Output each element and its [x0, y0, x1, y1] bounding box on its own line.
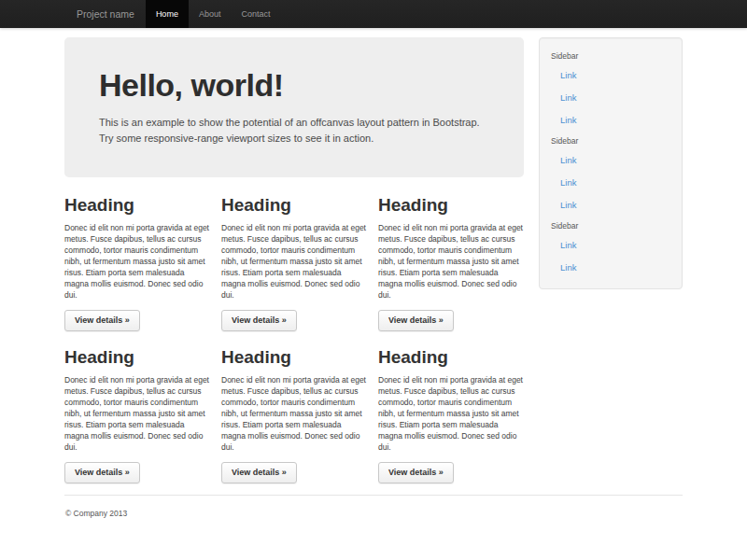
card-body-text: Donec id elit non mi porta gravida at eg…: [221, 374, 367, 453]
card-heading: Heading: [378, 346, 524, 368]
main-nav: Home About Contact: [146, 0, 281, 28]
sidebar-group-header: Sidebar: [540, 132, 682, 149]
card: Heading Donec id elit non mi porta gravi…: [378, 331, 524, 483]
view-details-button[interactable]: View details »: [64, 310, 140, 331]
card: Heading Donec id elit non mi porta gravi…: [64, 179, 210, 331]
main-content: Hello, world! This is an example to show…: [64, 37, 524, 483]
view-details-button[interactable]: View details »: [221, 310, 297, 331]
sidebar-well: Sidebar Link Link Link Sidebar Link Link…: [539, 37, 683, 289]
brand-link[interactable]: Project name: [65, 0, 146, 28]
card-heading: Heading: [221, 346, 367, 368]
sidebar-link[interactable]: Link: [540, 149, 682, 172]
sidebar-link[interactable]: Link: [540, 109, 682, 132]
footer-divider: [64, 495, 683, 496]
sidebar-link[interactable]: Link: [540, 194, 682, 217]
card: Heading Donec id elit non mi porta gravi…: [64, 331, 210, 483]
card: Heading Donec id elit non mi porta gravi…: [221, 179, 367, 331]
card-body-text: Donec id elit non mi porta gravida at eg…: [64, 374, 210, 453]
sidebar-group-header: Sidebar: [540, 217, 682, 234]
card-body-text: Donec id elit non mi porta gravida at eg…: [378, 222, 524, 301]
card: Heading Donec id elit non mi porta gravi…: [378, 179, 524, 331]
sidebar-group-header: Sidebar: [540, 47, 682, 64]
hero-description: This is an example to show the potential…: [99, 115, 491, 147]
hero-unit: Hello, world! This is an example to show…: [64, 37, 524, 177]
cards-row-2: Heading Donec id elit non mi porta gravi…: [64, 331, 524, 483]
hero-title: Hello, world!: [99, 67, 489, 104]
card-heading: Heading: [221, 194, 367, 216]
sidebar: Sidebar Link Link Link Sidebar Link Link…: [539, 37, 683, 483]
card: Heading Donec id elit non mi porta gravi…: [221, 331, 367, 483]
page-container: Hello, world! This is an example to show…: [64, 37, 683, 518]
card-heading: Heading: [64, 346, 210, 368]
card-body-text: Donec id elit non mi porta gravida at eg…: [378, 374, 524, 453]
view-details-button[interactable]: View details »: [64, 462, 140, 483]
sidebar-link[interactable]: Link: [540, 257, 682, 279]
view-details-button[interactable]: View details »: [378, 462, 454, 483]
card-body-text: Donec id elit non mi porta gravida at eg…: [221, 222, 367, 301]
view-details-button[interactable]: View details »: [221, 462, 297, 483]
nav-item-contact[interactable]: Contact: [231, 0, 280, 28]
sidebar-link[interactable]: Link: [540, 87, 682, 109]
footer-copyright: © Company 2013: [64, 509, 683, 518]
card-heading: Heading: [64, 194, 210, 216]
cards-row-1: Heading Donec id elit non mi porta gravi…: [64, 179, 524, 331]
view-details-button[interactable]: View details »: [378, 310, 454, 331]
sidebar-link[interactable]: Link: [540, 64, 682, 87]
nav-item-home[interactable]: Home: [146, 0, 189, 28]
nav-item-about[interactable]: About: [189, 0, 232, 28]
card-body-text: Donec id elit non mi porta gravida at eg…: [64, 222, 210, 301]
card-heading: Heading: [378, 194, 524, 216]
sidebar-link[interactable]: Link: [540, 234, 682, 257]
sidebar-link[interactable]: Link: [540, 172, 682, 194]
navbar: Project name Home About Contact: [0, 0, 747, 28]
